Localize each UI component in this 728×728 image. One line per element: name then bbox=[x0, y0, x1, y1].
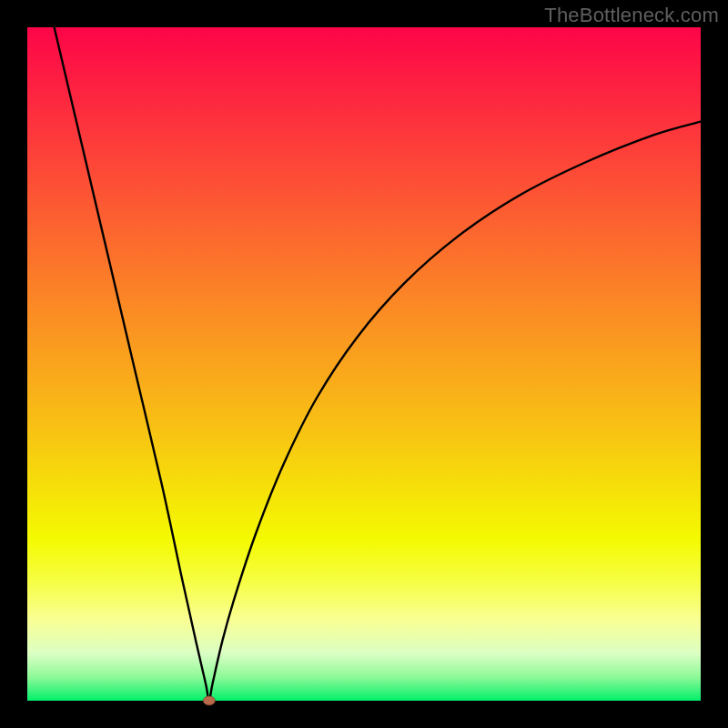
chart-stage: TheBottleneck.com bbox=[0, 0, 728, 728]
plot-background bbox=[27, 27, 701, 701]
chart-svg bbox=[0, 0, 728, 728]
minimum-marker bbox=[203, 696, 215, 705]
watermark-text: TheBottleneck.com bbox=[544, 4, 719, 27]
